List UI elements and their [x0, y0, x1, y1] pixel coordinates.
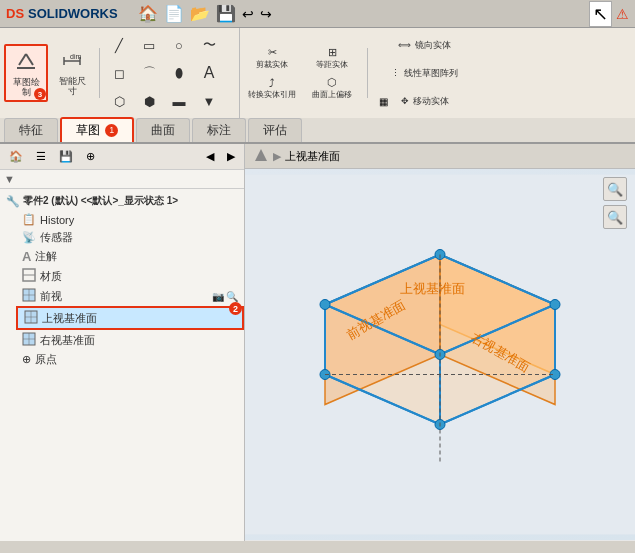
offset-button[interactable]: ⊞ 等距实体 — [308, 45, 356, 71]
panel-list-btn[interactable]: ☰ — [31, 147, 51, 166]
sensor-label: 传感器 — [40, 230, 73, 245]
frontview-label: 前视 — [40, 289, 62, 304]
tree-item-frontview[interactable]: 前视 📷 🔍 — [16, 286, 244, 306]
tabs-row: 特征 草图 1 曲面 标注 评估 — [0, 118, 635, 144]
trim-solid-button[interactable]: ✂ 剪裁实体 — [244, 45, 300, 71]
polygon-tool[interactable]: ⬡ — [105, 88, 133, 114]
panel-home-btn[interactable]: 🏠 — [4, 147, 28, 166]
separator-1 — [99, 48, 100, 98]
tab-evaluate[interactable]: 评估 — [248, 118, 302, 142]
redo-icon[interactable]: ↪ — [260, 6, 272, 22]
open-icon[interactable]: 📂 — [190, 4, 210, 23]
tab-markup[interactable]: 标注 — [192, 118, 246, 142]
zoom-fit-btn[interactable]: 🔍 — [603, 177, 627, 201]
right-tools-col2: ⊞ 等距实体 ⬡ 曲面上偏移 — [308, 45, 356, 101]
tree-item-sensor[interactable]: 📡 传感器 — [16, 228, 244, 247]
viewport-panel: ▶ 上视基准面 — [245, 144, 635, 541]
panel-expand-left[interactable]: ◀ — [201, 147, 219, 166]
tree-item-topview[interactable]: 上视基准面 — [16, 306, 244, 330]
filter-icon: ▼ — [4, 173, 15, 185]
ribbon-left-section: 草图绘制 3 dim 智能尺寸 ╱ ▭ ○ 〜 — [0, 28, 240, 118]
main-content: 🏠 ☰ 💾 ⊕ ◀ ▶ ▼ 🔧 零件2 (默认) <<默认>_显示状态 1> 📋… — [0, 144, 635, 541]
svg-text:dim: dim — [70, 53, 81, 60]
tree-item-rightview[interactable]: 右视基准面 — [16, 330, 244, 350]
sketch-tab-badge: 1 — [105, 124, 118, 137]
hexagon-tool[interactable]: ⬢ — [135, 88, 163, 114]
save-icon[interactable]: 💾 — [216, 4, 236, 23]
logo-bar: DS SOLIDWORKS 🏠 📄 📂 💾 ↩ ↪ ↖ ⚠ — [0, 0, 635, 28]
view-breadcrumb-icon — [253, 147, 269, 165]
tree-root: 🔧 零件2 (默认) <<默认>_显示状态 1> — [0, 191, 244, 211]
panel-target-btn[interactable]: ⊕ — [81, 147, 100, 166]
cursor-icon[interactable]: ↖ — [589, 1, 612, 27]
right-tools-col3: ⟺ 镜向实体 ⋮ 线性草图阵列 ▦ ✥ 移动实体 — [379, 32, 469, 114]
move-solid-button[interactable]: ✥ 移动实体 — [390, 88, 460, 114]
annotation-label: 注解 — [35, 249, 57, 264]
panel-toolbar: 🏠 ☰ 💾 ⊕ ◀ ▶ — [0, 144, 244, 170]
tree-area: 🔧 零件2 (默认) <<默认>_显示状态 1> 📋 History 📡 传感器… — [0, 189, 244, 541]
rect-tool[interactable]: ▭ — [135, 32, 163, 58]
line-tool[interactable]: ╱ — [105, 32, 133, 58]
3d-viewport[interactable]: 前视基准面 上视基准面 右视基准面 🔍 🔍 — [245, 169, 635, 540]
line-array-button[interactable]: ⋮ 线性草图阵列 — [379, 60, 469, 86]
small-tools-group: ╱ ▭ ○ 〜 ◻ ⌒ ⬮ A ⬡ ⬢ ▬ ▼ — [105, 32, 223, 114]
history-icon: 📋 — [22, 213, 36, 226]
tree-item-annotation[interactable]: A 注解 — [16, 247, 244, 266]
text-tool[interactable]: A — [195, 60, 223, 86]
rect2-tool[interactable]: ◻ — [105, 60, 133, 86]
panel-expand-right[interactable]: ▶ — [222, 147, 240, 166]
more-btn[interactable]: ▼ — [195, 88, 223, 114]
new-doc-icon[interactable]: 📄 — [164, 4, 184, 23]
panel-save-btn[interactable]: 💾 — [54, 147, 78, 166]
origin-label: 原点 — [35, 352, 57, 367]
filter-bar: ▼ — [0, 170, 244, 189]
zoom-in-btn[interactable]: 🔍 — [603, 205, 627, 229]
tree-item-origin[interactable]: ⊕ 原点 — [16, 350, 244, 369]
tree-item-material[interactable]: 材质 — [16, 266, 244, 286]
surface-button[interactable]: ⬡ 曲面上偏移 — [308, 75, 356, 101]
topview-label: 上视基准面 — [42, 311, 97, 326]
material-label: 材质 — [40, 269, 62, 284]
view-tools: 🔍 🔍 — [603, 177, 627, 229]
material-icon — [22, 268, 36, 284]
smart-dim-button[interactable]: dim 智能尺寸 — [50, 45, 94, 101]
ribbon-right-section: ✂ 剪裁实体 ⤴ 转换实体引用 ⊞ 等距实体 ⬡ 曲面上偏移 ⟺ 镜向实体 — [240, 28, 635, 118]
frontview-icon — [22, 288, 36, 304]
left-panel: 🏠 ☰ 💾 ⊕ ◀ ▶ ▼ 🔧 零件2 (默认) <<默认>_显示状态 1> 📋… — [0, 144, 245, 541]
warning-icon: ⚠ — [616, 6, 629, 22]
svg-point-30 — [320, 300, 330, 310]
rightview-label: 右视基准面 — [40, 333, 95, 348]
slot-tool[interactable]: ▬ — [165, 88, 193, 114]
tab-features[interactable]: 特征 — [4, 118, 58, 142]
sketch-draw-badge: 3 — [34, 88, 46, 100]
svg-text:上视基准面: 上视基准面 — [400, 281, 465, 296]
arc-tool[interactable]: ⌒ — [135, 60, 163, 86]
view-title: 上视基准面 — [285, 149, 340, 164]
home-icon[interactable]: 🏠 — [138, 4, 158, 23]
wave-tool[interactable]: 〜 — [195, 32, 223, 58]
viewport-svg: 前视基准面 上视基准面 右视基准面 — [245, 169, 635, 540]
topview-badge: 2 — [229, 302, 242, 315]
tab-sketch[interactable]: 草图 1 — [60, 117, 134, 142]
svg-line-1 — [19, 54, 26, 65]
convert-solid-button[interactable]: ⤴ 转换实体引用 — [244, 75, 300, 101]
svg-marker-18 — [255, 149, 267, 161]
mirror-solid-button[interactable]: ⟺ 镜向实体 — [379, 32, 469, 58]
svg-line-2 — [26, 54, 33, 65]
ellipse-tool[interactable]: ⬮ — [165, 60, 193, 86]
undo-icon[interactable]: ↩ — [242, 6, 254, 22]
view-header: ▶ 上视基准面 — [245, 144, 635, 169]
tree-root-label: 零件2 (默认) <<默认>_显示状态 1> — [23, 194, 178, 208]
breadcrumb-arrow: ▶ — [273, 150, 281, 163]
sketch-draw-icon — [14, 49, 38, 78]
right-tools-col1: ✂ 剪裁实体 ⤴ 转换实体引用 — [244, 45, 300, 101]
app-logo: DS SOLIDWORKS — [6, 6, 118, 21]
svg-point-32 — [550, 300, 560, 310]
sensor-icon: 📡 — [22, 231, 36, 244]
circle-tool[interactable]: ○ — [165, 32, 193, 58]
topview-icon — [24, 310, 38, 326]
smart-dim-icon: dim — [61, 50, 83, 77]
tree-item-history[interactable]: 📋 History — [16, 211, 244, 228]
view-mini-icon1: 📷 — [212, 291, 224, 302]
tab-surface[interactable]: 曲面 — [136, 118, 190, 142]
